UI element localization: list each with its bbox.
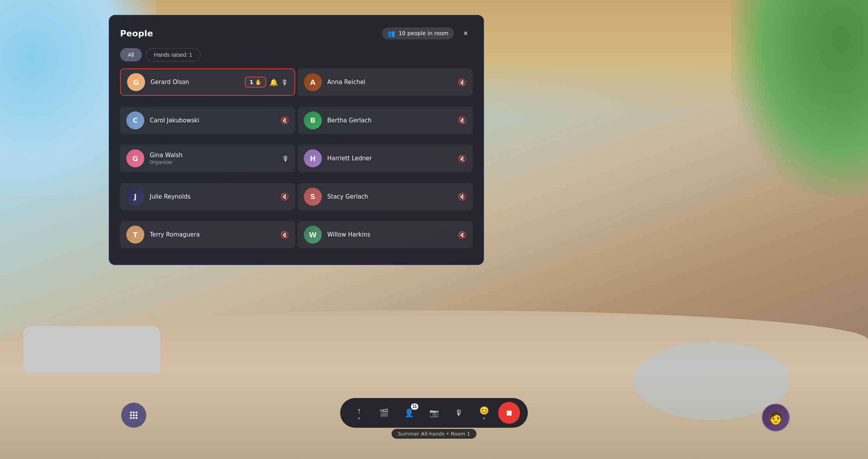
emoji-icon: 😊 (479, 406, 489, 415)
svg-point-7 (133, 417, 135, 419)
person-info-gerard: Gerard Olson (151, 79, 239, 86)
svg-point-4 (133, 414, 135, 416)
mic-off-icon-bertha: 🔇 (458, 116, 466, 124)
person-name-carol: Carol Jakubowski (150, 117, 275, 124)
avatar-julie: J (126, 188, 144, 206)
avatar-gina: G (126, 149, 144, 167)
person-row-terry[interactable]: T Terry Romaguera 🔇 (120, 221, 295, 248)
person-name-stacy: Stacy Gerlach (327, 193, 452, 200)
person-actions-anna: 🔇 (458, 78, 466, 86)
mic-off-icon-harriett: 🔇 (458, 154, 466, 163)
person-name-gerard: Gerard Olson (151, 79, 239, 86)
dots-button[interactable] (121, 403, 146, 428)
camera-button[interactable]: 📷 (423, 402, 445, 424)
person-actions-terry: 🔇 (280, 231, 289, 239)
person-name-julie: Julie Reynolds (150, 193, 275, 200)
filter-hands-raised-button[interactable]: Hands raised: 1 (146, 48, 201, 61)
end-call-icon: ⏹ (505, 409, 513, 418)
emoji-chevron: ▲ (482, 416, 486, 420)
mic-icon-toolbar: 🎙 (455, 409, 463, 418)
svg-point-3 (130, 414, 132, 416)
mic-off-icon-stacy: 🔇 (458, 192, 466, 201)
avatar-gerard: G (127, 73, 145, 91)
person-row-harriett[interactable]: H Harriett Ledner 🔇 (298, 145, 473, 172)
svg-point-8 (136, 417, 138, 419)
people-grid: G Gerard Olson 1 ✋ 🔔 🎙 A Anna Reichel (120, 68, 473, 257)
person-row-stacy[interactable]: S Stacy Gerlach 🔇 (298, 183, 473, 210)
avatar-initial-terry: T (133, 231, 138, 239)
people-panel: People 👥 10 people in room × All Hands r… (109, 15, 484, 265)
avatar-initial-willow: W (309, 231, 317, 239)
avatar-terry: T (126, 226, 144, 244)
mic-off-icon-terry: 🔇 (280, 231, 289, 239)
bg-tree (731, 0, 868, 195)
panel-header: People 👥 10 people in room × (120, 26, 473, 40)
self-avatar[interactable]: 🧑 (762, 403, 790, 432)
person-actions-harriett: 🔇 (458, 154, 466, 163)
people-icon: 👤 (404, 408, 414, 418)
person-row-julie[interactable]: J Julie Reynolds 🔇 (120, 183, 295, 210)
mic-off-icon-anna: 🔇 (458, 78, 466, 86)
person-row-willow[interactable]: W Willow Harkins 🔇 (298, 221, 473, 248)
person-actions-julie: 🔇 (280, 192, 289, 201)
person-info-gina: Gina Walsh Organizer (150, 152, 276, 165)
people-count-badge: 👥 10 people in room (382, 27, 454, 39)
person-actions-carol: 🔇 (280, 116, 289, 124)
close-button[interactable]: × (459, 26, 473, 40)
avatar-carol: C (126, 111, 144, 129)
mic-icon-gerard: 🎙 (281, 78, 288, 86)
person-name-gina: Gina Walsh (150, 152, 276, 159)
person-row-gina[interactable]: G Gina Walsh Organizer 🎙 (120, 145, 295, 172)
person-actions-bertha: 🔇 (458, 116, 466, 124)
content-share-icon: 🎬 (379, 408, 389, 418)
raise-hand-toolbar-button[interactable]: ↑ ▲ (348, 402, 370, 424)
svg-point-5 (136, 414, 138, 416)
avatar-anna: A (304, 73, 322, 91)
person-info-harriett: Harriett Ledner (327, 155, 452, 162)
filter-all-button[interactable]: All (120, 48, 142, 61)
person-info-bertha: Bertha Gerlach (327, 117, 452, 124)
raise-hand-chevron: ▲ (357, 416, 361, 420)
person-name-willow: Willow Harkins (327, 231, 452, 238)
header-right: 👥 10 people in room × (382, 26, 473, 40)
camera-icon: 📷 (429, 408, 439, 418)
svg-point-2 (136, 412, 138, 414)
filter-row: All Hands raised: 1 (120, 48, 473, 61)
avatar-initial-gina: G (133, 154, 138, 163)
people-button[interactable]: 👤 11 (398, 402, 420, 424)
person-role-gina: Organizer (150, 160, 276, 165)
bg-couch (23, 326, 160, 373)
person-row-gerard[interactable]: G Gerard Olson 1 ✋ 🔔 🎙 (120, 68, 295, 96)
avatar-harriett: H (304, 149, 322, 167)
person-row-carol[interactable]: C Carol Jakubowski 🔇 (120, 107, 295, 134)
person-row-bertha[interactable]: B Bertha Gerlach 🔇 (298, 107, 473, 134)
content-share-button[interactable]: 🎬 (373, 402, 395, 424)
person-actions-stacy: 🔇 (458, 192, 466, 201)
hand-icon: ✋ (255, 79, 262, 85)
person-name-anna: Anna Reichel (327, 79, 452, 86)
person-row-anna[interactable]: A Anna Reichel 🔇 (298, 68, 473, 96)
person-name-harriett: Harriett Ledner (327, 155, 452, 162)
avatar-initial-stacy: S (310, 192, 316, 201)
avatar-initial-julie: J (134, 192, 137, 201)
self-avatar-emoji: 🧑 (768, 410, 784, 425)
person-info-terry: Terry Romaguera (150, 231, 275, 238)
person-info-carol: Carol Jakubowski (150, 117, 275, 124)
mic-off-icon-carol: 🔇 (280, 116, 289, 124)
emoji-button[interactable]: 😊 ▲ (473, 402, 495, 424)
people-count-badge-toolbar: 11 (411, 403, 418, 410)
avatar-initial-gerard: G (133, 78, 139, 86)
people-group-icon: 👥 (387, 30, 395, 37)
hand-count: 1 (249, 79, 253, 85)
people-count-label: 10 people in room (398, 30, 448, 36)
room-label: Summer All-hands • Room 1 (392, 429, 477, 439)
end-call-button[interactable]: ⏹ (498, 402, 520, 424)
person-actions-gerard: 1 ✋ 🔔 🎙 (245, 77, 288, 88)
person-info-willow: Willow Harkins (327, 231, 452, 238)
person-name-terry: Terry Romaguera (150, 231, 275, 238)
person-info-julie: Julie Reynolds (150, 193, 275, 200)
mic-button[interactable]: 🎙 (448, 402, 470, 424)
person-actions-gina: 🎙 (282, 154, 289, 163)
toolbar: ↑ ▲ 🎬 👤 11 📷 🎙 😊 ▲ ⏹ (340, 398, 528, 428)
svg-point-0 (130, 412, 132, 414)
